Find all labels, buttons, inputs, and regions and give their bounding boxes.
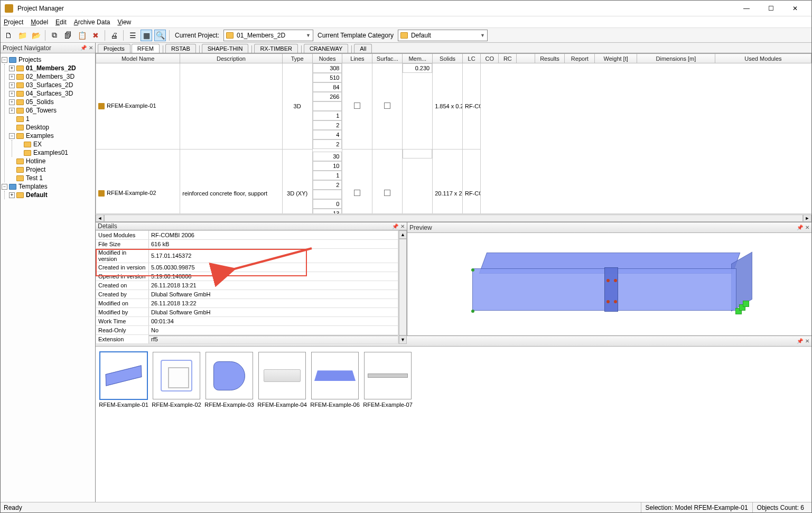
model-grid[interactable]: Model NameDescriptionTypeNodesLinesSurfa… [96, 53, 811, 213]
details-row: File Size616 kB [96, 240, 398, 249]
details-row: Created in version5.05.0030.99875 [96, 263, 398, 272]
details-row: Work Time00:01:34 [96, 317, 398, 326]
column-header[interactable] [517, 54, 535, 63]
list-view-icon[interactable]: ☰ [127, 30, 138, 41]
scroll-up-icon[interactable]: ▲ [399, 230, 407, 239]
thumbnail[interactable]: RFEM-Example-07 [364, 352, 412, 428]
close-panel-icon[interactable]: ✕ [89, 45, 93, 51]
pin-icon[interactable]: 📌 [797, 338, 803, 344]
maximize-button[interactable]: ☐ [759, 1, 783, 16]
copy2-icon[interactable]: 🗐 [62, 30, 74, 41]
checkbox[interactable] [384, 102, 390, 109]
column-header[interactable]: Description [180, 54, 282, 63]
grid-view-icon[interactable]: ▦ [141, 30, 152, 41]
details-row: Modified in version5.17.01.145372 [96, 249, 398, 263]
column-header[interactable]: Used Modules [715, 54, 811, 63]
thumbnail-image[interactable] [100, 352, 147, 399]
toolbar: 🗋 📁 📂 ⧉ 🗐 📋 ✖ 🖨 ☰ ▦ 🔍 Current Project: 0… [1, 28, 811, 43]
column-header[interactable]: Nodes [312, 54, 342, 63]
thumbnail-image[interactable] [206, 352, 253, 399]
tab-shape-thin[interactable]: SHAPE-THIN [202, 44, 249, 53]
project-tree[interactable]: Projects 01_Members_2D 02_Members_3D 03_… [1, 53, 95, 502]
column-header[interactable]: Solids [433, 54, 463, 63]
projects-root-icon [9, 57, 16, 63]
thumbnail-label: RFEM-Example-02 [152, 402, 201, 408]
paste-icon[interactable]: 📋 [76, 30, 88, 41]
column-header[interactable]: Lines [342, 54, 372, 63]
collapse-icon[interactable] [2, 57, 7, 63]
search-icon[interactable]: 🔍 [154, 30, 166, 41]
checkbox[interactable] [384, 190, 390, 196]
statusbar: Ready Selection: Model RFEM-Example-01 O… [1, 502, 811, 512]
menu-archive-data[interactable]: Archive Data [74, 18, 110, 26]
templates-root-icon [9, 184, 16, 190]
tab-rfem[interactable]: RFEM [132, 44, 160, 53]
template-category-dropdown[interactable]: Default ▼ [398, 30, 488, 41]
column-header[interactable]: Weight [t] [595, 54, 637, 63]
checkbox[interactable] [354, 190, 360, 196]
thumbnail[interactable]: RFEM-Example-03 [206, 352, 253, 428]
thumbnail[interactable]: RFEM-Example-01 [100, 352, 147, 428]
column-header[interactable]: Surfac... [372, 54, 403, 63]
column-header[interactable]: CO [481, 54, 499, 63]
column-header[interactable]: LC [463, 54, 481, 63]
chevron-down-icon: ▼ [480, 33, 485, 38]
tab-all[interactable]: All [354, 44, 372, 53]
thumbnail-image[interactable] [153, 352, 200, 399]
column-header[interactable]: RC [499, 54, 517, 63]
close-panel-icon[interactable]: ✕ [400, 223, 405, 229]
thumbnail-image[interactable] [364, 352, 412, 399]
current-project-dropdown[interactable]: 01_Members_2D ▼ [223, 30, 313, 41]
pin-icon[interactable]: 📌 [80, 45, 87, 51]
scroll-right-icon[interactable]: ► [803, 214, 811, 222]
column-header[interactable]: Mem... [403, 54, 433, 63]
close-panel-icon[interactable]: ✕ [805, 225, 809, 230]
menu-project[interactable]: Project [4, 18, 23, 26]
thumbnail-image[interactable] [311, 352, 359, 399]
details-row: Read-OnlyNo [96, 326, 398, 335]
menu-model[interactable]: Model [31, 18, 48, 26]
copy-icon[interactable]: ⧉ [49, 30, 60, 41]
table-row[interactable]: RFEM-Example-02reinforced concrete floor… [96, 149, 811, 213]
horizontal-scrollbar[interactable]: ◄ ► [96, 213, 811, 222]
pin-icon[interactable]: 📌 [797, 225, 803, 230]
link-folder-icon[interactable]: 📂 [30, 30, 42, 41]
tab-craneway[interactable]: CRANEWAY [304, 44, 348, 53]
folder-icon [226, 32, 234, 39]
scroll-left-icon[interactable]: ◄ [96, 214, 104, 222]
pin-icon[interactable]: 📌 [392, 223, 398, 229]
current-project-value: 01_Members_2D [237, 32, 285, 39]
thumbnail[interactable]: RFEM-Example-04 [258, 352, 306, 428]
preview-canvas[interactable] [407, 233, 811, 335]
column-header[interactable]: Model Name [96, 54, 180, 63]
tab-rx-timber[interactable]: RX-TIMBER [254, 44, 298, 53]
close-button[interactable]: ✕ [783, 1, 807, 16]
thumbnail[interactable]: RFEM-Example-02 [153, 352, 200, 428]
scroll-down-icon[interactable]: ▼ [399, 335, 407, 344]
new-project-icon[interactable]: 🗋 [3, 30, 14, 41]
print-icon[interactable]: 🖨 [108, 30, 120, 41]
column-header[interactable]: Type [282, 54, 312, 63]
tab-rstab[interactable]: RSTAB [165, 44, 196, 53]
delete-icon[interactable]: ✖ [90, 30, 101, 41]
minimize-button[interactable]: — [734, 1, 759, 16]
app-window: Project Manager — ☐ ✕ Project Model Edit… [0, 0, 812, 513]
details-table: Used ModulesRF-COMBI 2006File Size616 kB… [96, 230, 398, 344]
menu-edit[interactable]: Edit [55, 18, 67, 26]
menu-view[interactable]: View [117, 18, 131, 26]
status-ready: Ready [4, 504, 22, 511]
new-folder-icon[interactable]: 📁 [16, 30, 28, 41]
table-row[interactable]: RFEM-Example-013D3085108426612420.2301.8… [96, 63, 811, 150]
thumbnail-image[interactable] [258, 352, 306, 399]
vertical-scrollbar[interactable]: ▲ ▼ [398, 230, 407, 344]
details-row: Created byDlubal Software GmbH [96, 290, 398, 299]
project-navigator-header: Project Navigator 📌 ✕ [1, 43, 95, 53]
checkbox[interactable] [354, 102, 360, 109]
column-header[interactable]: Dimensions [m] [637, 54, 715, 63]
column-header[interactable]: Results [535, 54, 565, 63]
thumbnail[interactable]: RFEM-Example-06 [311, 352, 359, 428]
close-panel-icon[interactable]: ✕ [805, 338, 809, 344]
model-icon [98, 190, 105, 197]
column-header[interactable]: Report [565, 54, 595, 63]
tab-projects[interactable]: Projects [98, 44, 130, 53]
